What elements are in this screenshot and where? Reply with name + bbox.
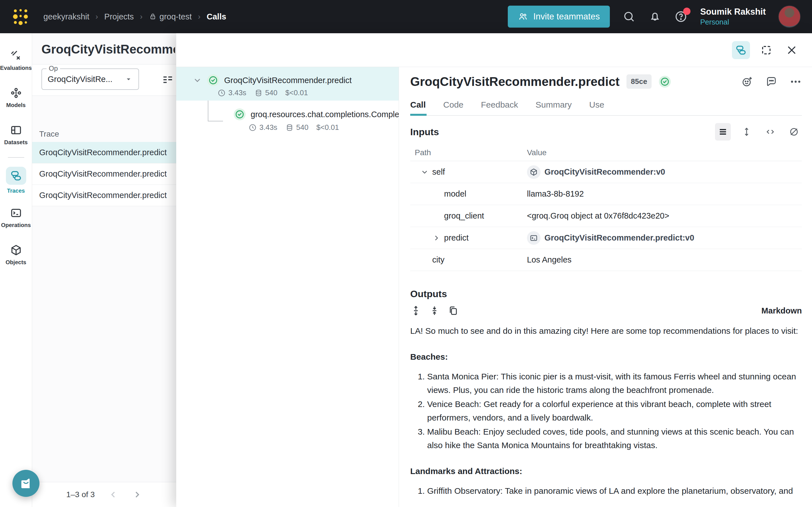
list-item: Santa Monica Pier: This iconic pier is a… (427, 370, 802, 397)
object-ref-link[interactable]: GroqCityVisitRecommender:v0 (527, 165, 665, 179)
inputs-table: Path Value self (410, 145, 802, 271)
sidebar-item-operations[interactable]: Operations (0, 199, 32, 236)
notification-dot (683, 8, 691, 15)
user-menu[interactable]: Soumik Rakshit Personal (700, 7, 766, 26)
user-scope: Personal (700, 18, 766, 26)
list-item: Griffith Observatory: Take in panoramic … (427, 484, 802, 498)
tokens-stat: 540 (285, 123, 308, 132)
ref-icon-wrap (527, 231, 541, 245)
datasets-icon (10, 124, 22, 136)
tree-node-root[interactable]: GroqCityVisitRecommender.predict 3.43s 5… (176, 67, 399, 101)
pagination: 1–3 of 3 (32, 482, 176, 507)
toggle-trace-tree-button[interactable] (732, 41, 750, 59)
hide-button[interactable] (786, 123, 802, 140)
column-header-path: Path (410, 148, 527, 157)
input-row-groq-client: groq_client <groq.Groq object at 0x76f8d… (410, 205, 802, 227)
breadcrumb: geekyrakshit › Projects › groq-test › Ca… (43, 12, 226, 21)
breadcrumb-org[interactable]: geekyrakshit (43, 12, 89, 21)
next-page-icon[interactable] (132, 490, 142, 500)
markdown-mode-label[interactable]: Markdown (762, 306, 802, 316)
outputs-section-header: Outputs (410, 288, 802, 299)
collapse-all-icon[interactable] (429, 305, 440, 316)
sidebar-item-traces[interactable]: Traces (0, 162, 32, 199)
input-row-city: city Los Angeles (410, 249, 802, 271)
sidebar-label: Operations (1, 222, 31, 228)
search-icon[interactable] (622, 10, 636, 23)
nav-rail: Evaluations Models Datasets Traces Opera… (0, 33, 32, 507)
chevron-right-icon[interactable] (432, 234, 441, 242)
breadcrumb-separator: › (140, 12, 143, 21)
chevron-down-icon[interactable] (420, 168, 429, 176)
sidebar-label: Evaluations (0, 65, 32, 71)
invite-teammates-button[interactable]: Invite teammates (508, 6, 610, 27)
expand-all-icon[interactable] (410, 305, 421, 316)
fullscreen-button[interactable] (757, 41, 775, 59)
comment-icon[interactable] (765, 75, 777, 88)
inputs-section-header: Inputs (410, 123, 802, 140)
page-title: GroqCityVisitRecommender.predict (42, 42, 175, 56)
column-header-value: Value (527, 148, 802, 157)
chevron-down-icon[interactable] (193, 75, 202, 85)
breadcrumb-project[interactable]: groq-test (149, 12, 192, 21)
op-filter-select[interactable]: Op GroqCityVisitRe... (42, 68, 139, 90)
more-options-icon[interactable] (790, 75, 802, 88)
sidebar-item-datasets[interactable]: Datasets (0, 116, 32, 153)
trace-list-row[interactable]: GroqCityVisitRecommender.predict (32, 185, 176, 206)
code-view-button[interactable] (762, 123, 778, 140)
close-button[interactable] (783, 41, 801, 59)
latency-stat: 3.43s (248, 123, 277, 132)
clock-icon (248, 123, 257, 132)
tab-feedback[interactable]: Feedback (481, 98, 518, 115)
input-value: llama3-8b-8192 (527, 189, 584, 199)
operations-icon (10, 207, 22, 219)
tab-call[interactable]: Call (410, 98, 426, 115)
help-button[interactable] (674, 10, 688, 23)
trace-list-row[interactable]: GroqCityVisitRecommender.predict (32, 163, 176, 185)
app-header: geekyrakshit › Projects › groq-test › Ca… (0, 0, 812, 33)
copy-icon[interactable] (448, 305, 459, 316)
trace-column-header: Trace (32, 126, 176, 142)
add-reaction-icon[interactable] (741, 75, 753, 88)
previous-page-icon[interactable] (108, 490, 118, 500)
op-ref-link[interactable]: GroqCityVisitRecommender.predict:v0 (527, 231, 694, 245)
tab-code[interactable]: Code (443, 98, 463, 115)
clock-icon (217, 89, 226, 97)
cube-icon (529, 168, 538, 176)
list-view-button[interactable] (715, 123, 731, 140)
support-chat-button[interactable] (12, 470, 40, 497)
tree-connector-line (208, 101, 223, 121)
call-id-badge[interactable]: 85ce (626, 74, 652, 89)
notifications-bell-icon[interactable] (648, 10, 662, 23)
tab-use[interactable]: Use (589, 98, 604, 115)
objects-icon (10, 244, 22, 256)
avatar[interactable] (778, 5, 801, 28)
fullscreen-icon (760, 44, 772, 56)
trace-tree-panel: GroqCityVisitRecommender.predict 3.43s 5… (176, 67, 399, 507)
call-detail-header: GroqCityVisitRecommender.predict 85ce (410, 74, 802, 89)
call-tabs: Call Code Feedback Summary Use (410, 98, 802, 116)
manage-columns-icon[interactable] (161, 73, 174, 86)
breadcrumb-projects[interactable]: Projects (104, 12, 134, 21)
tab-summary[interactable]: Summary (536, 98, 572, 115)
sidebar-item-objects[interactable]: Objects (0, 236, 32, 273)
pagination-label: 1–3 of 3 (66, 490, 95, 499)
input-path: model (444, 189, 466, 199)
landmarks-list: Griffith Observatory: Take in panoramic … (410, 484, 802, 498)
input-value: Los Angeles (527, 255, 571, 265)
sidebar-item-evaluations[interactable]: Evaluations (0, 42, 32, 79)
active-tab-indicator (410, 114, 426, 116)
trace-list-row[interactable]: GroqCityVisitRecommender.predict (32, 142, 176, 163)
expand-rows-button[interactable] (739, 123, 755, 140)
input-path: city (432, 255, 445, 265)
breadcrumb-separator: › (198, 12, 200, 21)
tree-node-child[interactable]: groq.resources.chat.completions.Completi… (176, 101, 399, 134)
people-icon (518, 11, 528, 22)
input-row-predict: predict GroqCityVisitRecommender.predict… (410, 227, 802, 249)
breadcrumb-page[interactable]: Calls (207, 12, 226, 21)
sidebar-label: Objects (6, 259, 26, 266)
wandb-logo-icon[interactable] (11, 7, 30, 26)
ref-icon-wrap (527, 165, 541, 179)
input-row-model: model llama3-8b-8192 (410, 183, 802, 205)
sidebar-item-models[interactable]: Models (0, 79, 32, 116)
outputs-heading: Outputs (410, 288, 447, 299)
